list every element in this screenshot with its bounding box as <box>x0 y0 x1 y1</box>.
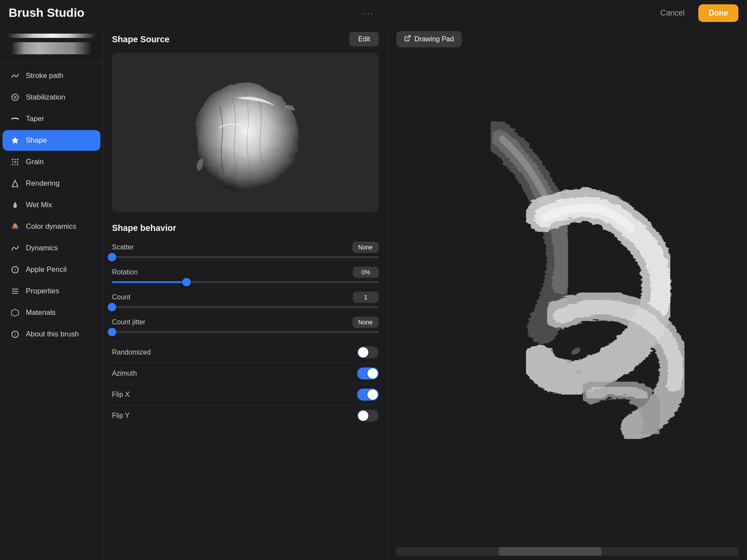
svg-point-1 <box>14 96 17 99</box>
rotation-value: 0% <box>353 267 379 278</box>
sidebar-label-stroke-path: Stroke path <box>26 72 63 80</box>
dynamics-icon <box>10 243 20 253</box>
sidebar-item-taper[interactable]: Taper <box>3 109 100 129</box>
control-scatter: Scatter None <box>112 242 379 258</box>
taper-icon <box>10 114 20 124</box>
done-button[interactable]: Done <box>698 4 738 22</box>
sidebar-label-taper: Taper <box>26 115 44 123</box>
svg-rect-19 <box>12 293 19 294</box>
sidebar-label-stabilization: Stabilization <box>26 93 65 102</box>
sidebar-label-dynamics: Dynamics <box>26 244 58 252</box>
drawing-pad-label: Drawing Pad <box>414 35 454 43</box>
edit-button[interactable]: Edit <box>349 32 379 47</box>
azimuth-toggle[interactable] <box>357 367 379 380</box>
brush-strokes-display <box>388 53 747 547</box>
flip-y-toggle-knob <box>358 411 368 421</box>
sidebar-label-about: About this brush <box>26 330 79 339</box>
sidebar-item-apple-pencil[interactable]: i Apple Pencil <box>3 259 100 280</box>
sidebar-item-properties[interactable]: Properties <box>3 281 100 302</box>
control-rotation: Rotation 0% <box>112 267 379 283</box>
brush-preview <box>0 29 103 61</box>
shape-source-title: Shape Source <box>112 34 169 44</box>
shape-source-image <box>112 53 379 212</box>
svg-rect-18 <box>12 291 19 292</box>
scatter-value: None <box>352 242 379 253</box>
color-dynamics-icon <box>10 222 20 231</box>
svg-rect-10 <box>17 164 18 165</box>
sidebar-label-apple-pencil: Apple Pencil <box>26 265 67 274</box>
sidebar-label-shape: Shape <box>26 136 47 145</box>
scatter-slider[interactable] <box>112 256 379 258</box>
count-slider[interactable] <box>112 306 379 308</box>
drawing-pad: Drawing Pad <box>388 26 747 560</box>
sidebar-item-color-dynamics[interactable]: Color dynamics <box>3 216 100 237</box>
brush-stroke-thick <box>7 42 96 54</box>
sidebar-item-materials[interactable]: Materials <box>3 302 100 323</box>
sidebar-item-wet-mix[interactable]: Wet Mix <box>3 195 100 215</box>
flip-x-toggle[interactable] <box>357 389 379 401</box>
count-value: 1 <box>353 292 379 303</box>
main-layout: Stroke path Stabilization Taper Shape <box>0 26 747 560</box>
svg-rect-9 <box>14 164 16 165</box>
grain-icon <box>10 157 20 167</box>
control-count-jitter: Count jitter None <box>112 317 379 333</box>
sidebar-label-rendering: Rendering <box>26 179 59 188</box>
randomized-label: Randomized <box>112 348 151 356</box>
sidebar-item-rendering[interactable]: Rendering <box>3 173 100 194</box>
more-options-dots[interactable]: ··· <box>364 8 375 18</box>
randomized-toggle-knob <box>358 347 368 358</box>
drawing-pad-button[interactable]: Drawing Pad <box>396 31 462 47</box>
svg-text:i: i <box>15 332 16 337</box>
drawing-pad-header: Drawing Pad <box>388 26 747 53</box>
flip-y-label: Flip Y <box>112 412 130 420</box>
sidebar-item-about[interactable]: i About this brush <box>3 324 100 345</box>
flip-x-label: Flip X <box>112 391 130 398</box>
sidebar: Stroke path Stabilization Taper Shape <box>0 26 103 560</box>
app-title: Brush Studio <box>9 6 84 20</box>
sidebar-item-dynamics[interactable]: Dynamics <box>3 238 100 258</box>
count-jitter-label: Count jitter <box>112 318 145 326</box>
rotation-slider[interactable] <box>112 281 379 283</box>
sidebar-divider-top <box>0 63 103 63</box>
svg-rect-8 <box>12 164 13 165</box>
svg-rect-2 <box>12 159 13 160</box>
svg-line-22 <box>407 36 410 39</box>
materials-icon <box>10 308 20 317</box>
azimuth-label: Azimuth <box>112 370 137 377</box>
about-icon: i <box>10 330 20 339</box>
svg-point-14 <box>13 224 17 227</box>
flip-y-toggle[interactable] <box>357 410 379 422</box>
rendering-icon <box>10 179 20 188</box>
top-bar: Brush Studio ··· Cancel Done <box>0 0 747 26</box>
sidebar-item-shape[interactable]: Shape <box>3 130 100 151</box>
sidebar-item-stroke-path[interactable]: Stroke path <box>3 65 100 86</box>
behavior-title: Shape behavior <box>112 223 379 233</box>
svg-rect-3 <box>14 159 16 160</box>
randomized-toggle[interactable] <box>357 346 379 358</box>
sidebar-label-grain: Grain <box>26 158 44 166</box>
svg-text:i: i <box>15 268 16 272</box>
drawing-pad-canvas[interactable] <box>388 53 747 547</box>
svg-rect-6 <box>14 161 16 162</box>
sidebar-label-color-dynamics: Color dynamics <box>26 222 76 231</box>
stroke-path-icon <box>10 71 20 81</box>
shape-icon <box>10 136 20 145</box>
rotation-label: Rotation <box>112 268 138 276</box>
scrollbar-area[interactable] <box>396 547 738 556</box>
sidebar-item-grain[interactable]: Grain <box>3 152 100 172</box>
toggle-row-flip-x: Flip X <box>112 384 379 405</box>
count-jitter-slider[interactable] <box>112 331 379 333</box>
svg-rect-5 <box>12 161 13 162</box>
toggle-row-randomized: Randomized <box>112 342 379 363</box>
cancel-button[interactable]: Cancel <box>654 5 691 21</box>
svg-marker-11 <box>12 180 18 187</box>
properties-icon <box>10 286 20 296</box>
sidebar-item-stabilization[interactable]: Stabilization <box>3 87 100 108</box>
svg-rect-17 <box>12 289 19 289</box>
scrollbar-thumb <box>499 547 601 556</box>
flip-x-toggle-knob <box>367 389 378 400</box>
scatter-label: Scatter <box>112 243 134 251</box>
svg-rect-4 <box>17 159 18 160</box>
middle-header: Shape Source Edit <box>103 26 387 53</box>
wet-mix-icon <box>10 200 20 210</box>
